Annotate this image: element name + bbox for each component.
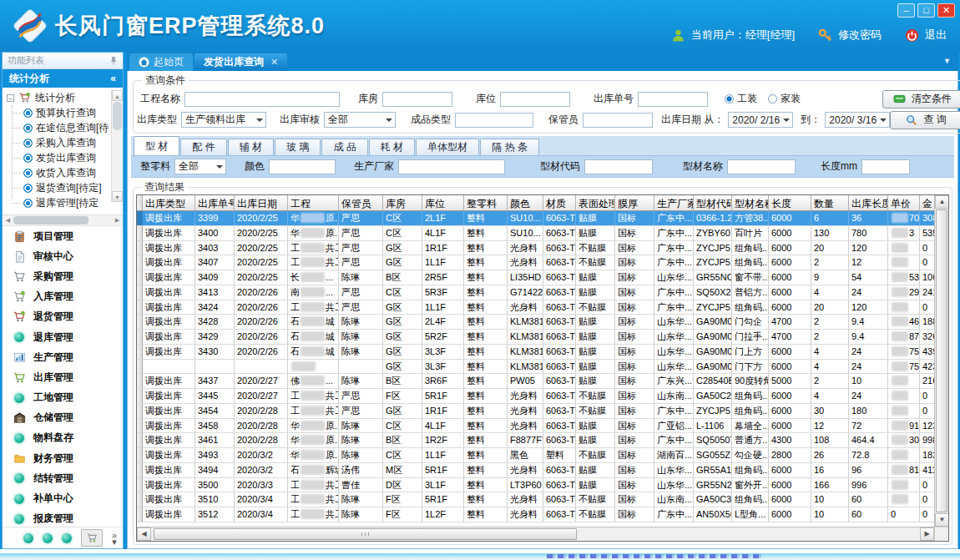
- column-header[interactable]: 出库日期: [235, 195, 288, 210]
- column-header[interactable]: 单价: [888, 195, 920, 210]
- scroll-thumb[interactable]: [13, 216, 88, 225]
- table-cell[interactable]: 2020/3/2: [235, 448, 288, 462]
- pin-icon[interactable]: [109, 56, 118, 65]
- tree-vertical-scrollbar[interactable]: ▲ ▼: [111, 90, 123, 202]
- table-cell[interactable]: 308: [920, 211, 934, 225]
- table-cell[interactable]: [888, 255, 920, 270]
- table-cell[interactable]: 6063-T5: [543, 374, 576, 388]
- table-cell[interactable]: 塑料: [543, 448, 576, 462]
- table-cell[interactable]: SG055Z: [694, 448, 732, 462]
- table-cell[interactable]: 6063-T5: [543, 315, 576, 329]
- table-cell[interactable]: 6063-T5: [543, 360, 576, 374]
- table-cell[interactable]: 不贴膜: [576, 300, 615, 315]
- column-header[interactable]: 数量: [811, 195, 849, 210]
- table-cell[interactable]: 60: [849, 492, 888, 507]
- table-cell[interactable]: PW05: [508, 374, 543, 388]
- scroll-down-icon[interactable]: ▼: [112, 191, 123, 202]
- table-cell[interactable]: 0: [920, 507, 934, 522]
- table-cell[interactable]: 陈琳: [339, 419, 383, 433]
- table-cell[interactable]: 5R1F: [422, 492, 464, 507]
- table-cell[interactable]: 6063-T5: [543, 285, 576, 300]
- table-row[interactable]: 调拨出库34092020/2/25长...陈琳B区2R5F整料LI35HD606…: [137, 270, 934, 285]
- table-cell[interactable]: 广东中...: [654, 507, 694, 522]
- table-cell[interactable]: 188: [920, 315, 934, 329]
- table-cell[interactable]: 9.4: [849, 315, 888, 329]
- table-cell[interactable]: 光身料: [508, 255, 543, 270]
- table-cell[interactable]: 贴膜: [576, 315, 615, 329]
- table-cell[interactable]: 调拨出库: [143, 270, 195, 285]
- table-cell[interactable]: 2020/2/27: [235, 374, 288, 388]
- column-header[interactable]: 库房: [383, 195, 422, 210]
- table-cell[interactable]: 整料: [464, 360, 508, 374]
- table-cell[interactable]: 3403: [195, 241, 235, 255]
- table-cell[interactable]: 工共工程: [288, 255, 339, 270]
- table-cell[interactable]: 不贴膜: [576, 507, 615, 522]
- table-cell[interactable]: 0: [920, 241, 934, 255]
- radio-jiazhuang[interactable]: 家装: [768, 92, 801, 106]
- table-cell[interactable]: 山东南...: [654, 389, 694, 403]
- circle-icon[interactable]: [43, 533, 53, 543]
- table-cell[interactable]: 山东华...: [654, 360, 694, 374]
- table-cell[interactable]: 36: [849, 211, 888, 225]
- table-cell[interactable]: 石城: [288, 315, 339, 329]
- table-cell[interactable]: 陈琳: [339, 315, 383, 329]
- table-cell[interactable]: 整料: [464, 404, 508, 418]
- table-cell[interactable]: 2020/2/26: [235, 315, 288, 329]
- table-cell[interactable]: 石城: [288, 345, 339, 359]
- order-no-input[interactable]: [638, 92, 708, 107]
- table-cell[interactable]: 1R1F: [422, 241, 464, 255]
- table-cell[interactable]: 光身料: [508, 389, 543, 403]
- column-header[interactable]: 长度: [769, 195, 811, 210]
- table-cell[interactable]: 10: [849, 374, 888, 388]
- table-cell[interactable]: [288, 360, 339, 374]
- sidebar-menu-item[interactable]: 采购管理: [3, 266, 123, 286]
- table-cell[interactable]: [888, 404, 920, 418]
- table-cell[interactable]: SQ50X2...: [694, 285, 732, 300]
- table-cell[interactable]: 国标: [615, 419, 654, 433]
- table-cell[interactable]: 国标: [615, 315, 654, 329]
- table-cell[interactable]: 山东华...: [654, 463, 694, 477]
- table-cell[interactable]: 72.8: [849, 448, 888, 462]
- table-cell[interactable]: 180: [849, 404, 888, 418]
- table-cell[interactable]: G区: [383, 330, 422, 344]
- table-cell[interactable]: 2020/2/26: [235, 285, 288, 300]
- table-cell[interactable]: 2972: [888, 285, 920, 300]
- logout-link[interactable]: 退出: [925, 28, 947, 43]
- table-cell[interactable]: 2020/2/27: [235, 389, 288, 403]
- profile-code-input[interactable]: [584, 159, 653, 174]
- table-cell[interactable]: B区: [383, 374, 422, 388]
- location-input[interactable]: [500, 92, 570, 107]
- table-cell[interactable]: 国标: [615, 389, 654, 403]
- manufacturer-input[interactable]: [398, 159, 505, 174]
- row-header[interactable]: [137, 330, 143, 344]
- sidebar-menu-item[interactable]: 退库管理: [3, 327, 123, 347]
- table-cell[interactable]: 3428: [195, 315, 235, 329]
- table-cell[interactable]: 整料: [464, 330, 508, 344]
- table-cell[interactable]: AN50X50X2: [694, 507, 732, 522]
- table-cell[interactable]: F区: [383, 507, 422, 522]
- table-cell[interactable]: 0: [920, 492, 934, 507]
- table-cell[interactable]: 华原...: [288, 448, 339, 462]
- table-cell[interactable]: 2L4F: [422, 315, 464, 329]
- table-cell[interactable]: 广东中...: [654, 285, 694, 300]
- table-cell[interactable]: 百叶片: [732, 226, 769, 240]
- table-cell[interactable]: 120: [849, 300, 888, 315]
- table-cell[interactable]: 整料: [464, 255, 508, 270]
- table-cell[interactable]: 贴膜: [576, 433, 615, 447]
- table-cell[interactable]: 2800: [769, 448, 811, 462]
- table-cell[interactable]: G区: [383, 300, 422, 315]
- table-cell[interactable]: 6000: [769, 389, 811, 403]
- table-cell[interactable]: C区: [383, 448, 422, 462]
- table-cell[interactable]: 6000: [769, 300, 811, 315]
- table-cell[interactable]: [195, 360, 235, 374]
- table-cell[interactable]: 10: [811, 507, 849, 522]
- table-cell[interactable]: 不贴膜: [576, 241, 615, 255]
- column-header[interactable]: 膜厚: [615, 195, 654, 210]
- table-cell[interactable]: 广东中...: [654, 300, 694, 315]
- sidebar-menu-item[interactable]: 报废管理: [3, 509, 123, 527]
- table-cell[interactable]: G区: [383, 404, 422, 418]
- table-cell[interactable]: 广亚铝...: [654, 419, 694, 433]
- table-cell[interactable]: 241: [920, 285, 934, 300]
- table-cell[interactable]: 423: [920, 360, 934, 374]
- table-cell[interactable]: 3L1F: [422, 478, 464, 492]
